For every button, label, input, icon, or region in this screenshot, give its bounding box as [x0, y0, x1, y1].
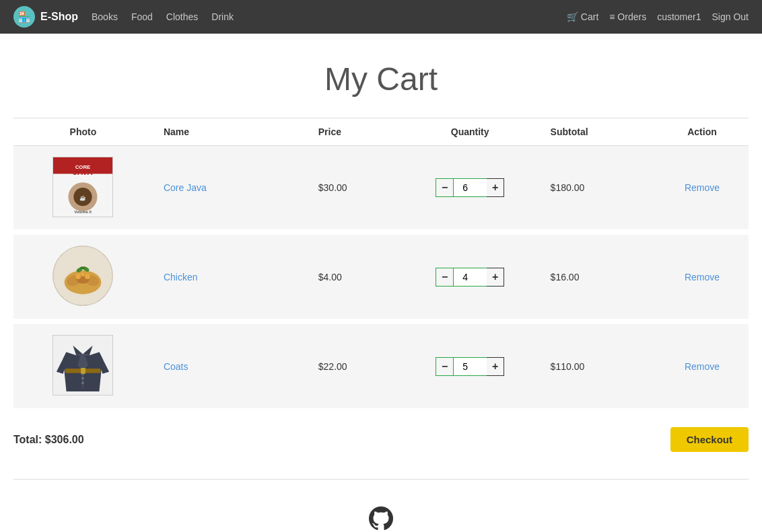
quantity-increase-button[interactable]: + — [487, 178, 504, 197]
svg-point-15 — [81, 272, 85, 276]
product-quantity-cell: − + — [401, 146, 540, 233]
brand-name: E-Shop — [40, 11, 78, 23]
quantity-input[interactable] — [453, 268, 487, 287]
quantity-decrease-button[interactable]: − — [436, 268, 453, 287]
svg-point-22 — [81, 377, 84, 380]
product-name-link[interactable]: Chicken — [164, 272, 198, 282]
page-divider — [13, 479, 749, 480]
total-label: Total: $306.00 — [13, 434, 84, 446]
nav-drink[interactable]: Drink — [211, 11, 234, 22]
nav-books[interactable]: Books — [92, 11, 118, 22]
col-header-price: Price — [308, 118, 401, 146]
quantity-decrease-button[interactable]: − — [436, 178, 453, 197]
product-action-cell: Remove — [656, 232, 749, 321]
product-photo-cell — [13, 232, 153, 321]
quantity-input[interactable] — [453, 178, 487, 197]
table-row: Coats $22.00 − + $110.00 Remove — [13, 321, 749, 411]
page-title-section: My Cart — [0, 34, 762, 118]
product-image: CORE JAVA ☕ Volume II — [53, 157, 113, 217]
navbar: 🏪 E-Shop Books Food Clothes Drink 🛒 Cart… — [0, 0, 762, 34]
brand-icon: 🏪 — [13, 6, 35, 28]
quantity-control: − + — [411, 357, 529, 376]
cart-table: Photo Name Price Quantity Subtotal Actio… — [13, 118, 749, 414]
product-action-cell: Remove — [656, 321, 749, 411]
username: customer1 — [657, 11, 701, 22]
svg-point-14 — [85, 274, 90, 279]
nav-links: Books Food Clothes Drink — [92, 11, 567, 22]
table-row: Chicken $4.00 − + $16.00 Remove — [13, 232, 749, 321]
product-image — [53, 245, 113, 306]
product-photo-cell — [13, 321, 153, 411]
signout-link[interactable]: Sign Out — [712, 11, 749, 22]
checkout-button[interactable]: Checkout — [670, 427, 749, 452]
orders-link[interactable]: ≡ Orders — [609, 11, 646, 22]
remove-link[interactable]: Remove — [685, 361, 720, 372]
product-price-cell: $4.00 — [308, 232, 401, 321]
col-header-photo: Photo — [13, 118, 153, 146]
quantity-increase-button[interactable]: + — [487, 268, 504, 287]
orders-label: Orders — [617, 11, 646, 22]
svg-rect-25 — [81, 368, 86, 374]
svg-text:Volume II: Volume II — [75, 210, 92, 214]
svg-text:☕: ☕ — [79, 194, 86, 201]
product-action-cell: Remove — [656, 146, 749, 233]
table-header-row: Photo Name Price Quantity Subtotal Actio… — [13, 118, 749, 146]
product-photo-cell: CORE JAVA ☕ Volume II — [13, 146, 153, 233]
product-name-cell: Core Java — [153, 146, 308, 233]
col-header-action: Action — [656, 118, 749, 146]
nav-clothes[interactable]: Clothes — [166, 11, 198, 22]
product-quantity-cell: − + — [401, 232, 540, 321]
col-header-subtotal: Subtotal — [540, 118, 656, 146]
quantity-control: − + — [411, 268, 529, 287]
product-name-cell: Coats — [153, 321, 308, 411]
product-name-link[interactable]: Core Java — [164, 182, 207, 193]
nav-food[interactable]: Food — [131, 11, 153, 22]
product-subtotal-cell: $180.00 — [540, 146, 656, 233]
quantity-control: − + — [411, 178, 529, 197]
svg-text:JAVA: JAVA — [73, 167, 94, 176]
table-row: CORE JAVA ☕ Volume II Core Java $30.00 −… — [13, 146, 749, 233]
quantity-decrease-button[interactable]: − — [436, 357, 453, 376]
github-icon — [369, 511, 393, 532]
cart-label: Cart — [581, 11, 598, 22]
navbar-right: 🛒 Cart ≡ Orders customer1 Sign Out — [567, 11, 749, 22]
cart-footer: Total: $306.00 Checkout — [0, 414, 762, 465]
col-header-quantity: Quantity — [401, 118, 540, 146]
product-price-cell: $30.00 — [308, 146, 401, 233]
page-footer — [0, 493, 762, 532]
product-subtotal-cell: $16.00 — [540, 232, 656, 321]
svg-point-13 — [76, 274, 81, 279]
cart-container: Photo Name Price Quantity Subtotal Actio… — [0, 118, 762, 414]
cart-icon: 🛒 — [567, 11, 578, 22]
product-subtotal-cell: $110.00 — [540, 321, 656, 411]
remove-link[interactable]: Remove — [685, 272, 720, 282]
page-title: My Cart — [0, 61, 762, 98]
product-name-cell: Chicken — [153, 232, 308, 321]
remove-link[interactable]: Remove — [685, 182, 720, 193]
brand[interactable]: 🏪 E-Shop — [13, 6, 78, 28]
product-quantity-cell: − + — [401, 321, 540, 411]
product-image — [53, 335, 113, 395]
product-price-cell: $22.00 — [308, 321, 401, 411]
col-header-name: Name — [153, 118, 308, 146]
orders-icon: ≡ — [609, 11, 615, 22]
svg-point-23 — [81, 381, 84, 384]
cart-link[interactable]: 🛒 Cart — [567, 11, 598, 22]
quantity-increase-button[interactable]: + — [487, 357, 504, 376]
product-name-link[interactable]: Coats — [164, 361, 188, 372]
svg-point-18 — [81, 266, 86, 269]
quantity-input[interactable] — [453, 357, 487, 376]
